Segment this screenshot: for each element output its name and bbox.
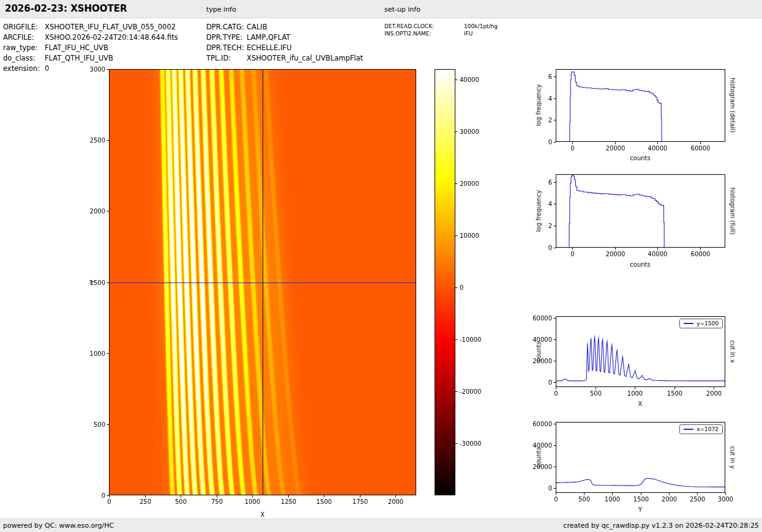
meta-label: DPR.CATG:: [206, 22, 247, 32]
legend-label: x=1072: [697, 426, 719, 432]
meta-value: XSHOOTER_IFU_FLAT_UVB_055_0002: [45, 23, 176, 31]
meta-value: FLAT_IFU_HC_UVB: [45, 43, 108, 52]
meta-value: LAMP,QFLAT: [247, 33, 290, 42]
meta-label: raw_type:: [3, 43, 45, 53]
meta-row: INS.OPTI2.NAME:IFU: [384, 30, 498, 37]
cut-in-x-side-label: cut in x: [730, 340, 736, 363]
histogram-full-ylabel: log frequency: [536, 190, 542, 232]
histogram-detail-side-label: histogram (detail): [730, 78, 736, 133]
cut-in-y-xlabel: Y: [638, 506, 642, 513]
meta-row: raw_type:FLAT_IFU_HC_UVB: [3, 43, 178, 53]
cut-in-x-plot: counts cut in x X y=1500: [532, 308, 738, 411]
setup-info-heading: set-up info: [384, 6, 420, 13]
histogram-detail-xlabel: counts: [630, 155, 650, 161]
meta-value: 100k/1pt/hg: [464, 23, 498, 29]
histogram-full-xlabel: counts: [630, 261, 650, 268]
type-info-heading: type info: [206, 6, 236, 13]
raw-image-canvas: [86, 61, 422, 520]
histogram-full-side-label: histogram (full): [730, 187, 736, 234]
meta-label: DPR.TYPE:: [206, 32, 247, 43]
meta-label: ARCFILE:: [3, 32, 45, 43]
meta-label: ORIGFILE:: [3, 22, 45, 32]
cut-in-y-plot: counts cut in y Y x=1072: [532, 414, 738, 517]
meta-label: INS.OPTI2.NAME:: [384, 30, 464, 37]
legend-line-sample: [684, 429, 693, 430]
meta-label: do_class:: [3, 53, 45, 64]
cut-in-y-ylabel: counts: [536, 447, 542, 467]
cut-in-x-legend: y=1500: [679, 319, 723, 328]
page-title: 2026-02-23: XSHOOTER: [5, 3, 127, 14]
histogram-detail-ylabel: log frequency: [536, 84, 542, 127]
meta-row: ORIGFILE:XSHOOTER_IFU_FLAT_UVB_055_0002: [3, 22, 178, 32]
footer-bar: powered by QC: www.eso.org/HC created by…: [0, 519, 762, 532]
meta-label: DET.READ.CLOCK:: [384, 23, 464, 30]
legend-line-sample: [684, 323, 693, 324]
setup-info-block: DET.READ.CLOCK:100k/1pt/hgINS.OPTI2.NAME…: [384, 23, 498, 37]
meta-label: DPR.TECH:: [206, 43, 247, 53]
meta-value: IFU: [464, 31, 473, 37]
raw-image-plot: Y X: [86, 61, 422, 520]
raw-image-xlabel: X: [261, 511, 265, 518]
meta-row: ARCFILE:XSHOO.2026-02-24T20:14:48.644.fi…: [3, 32, 178, 43]
meta-row: DPR.CATG:CALIB: [206, 22, 363, 32]
meta-row: DPR.TECH:ECHELLE,IFU: [206, 43, 363, 53]
footer-created-by: created by qc_rawdisp.py v1.2.3 on 2026-…: [563, 522, 759, 530]
footer-qc-link[interactable]: powered by QC: www.eso.org/HC: [3, 522, 114, 530]
header-bar: 2026-02-23: XSHOOTER type info set-up in…: [0, 0, 762, 18]
cut-in-y-legend: x=1072: [679, 424, 723, 434]
colorbar: [435, 61, 490, 520]
histogram-detail-canvas: [532, 61, 738, 165]
type-info-block: DPR.CATG:CALIBDPR.TYPE:LAMP,QFLATDPR.TEC…: [206, 22, 363, 64]
cut-in-y-side-label: cut in y: [730, 446, 736, 468]
legend-label: y=1500: [697, 320, 719, 327]
meta-label: extension:: [3, 64, 45, 74]
colorbar-canvas: [435, 61, 490, 520]
cut-in-x-ylabel: counts: [536, 341, 542, 361]
meta-value: 0: [45, 64, 49, 73]
histogram-full-canvas: [532, 166, 738, 272]
meta-row: DET.READ.CLOCK:100k/1pt/hg: [384, 23, 498, 30]
raw-image-ylabel: Y: [89, 280, 96, 284]
meta-value: CALIB: [247, 23, 267, 31]
meta-value: XSHOO.2026-02-24T20:14:48.644.fits: [45, 33, 178, 42]
meta-row: DPR.TYPE:LAMP,QFLAT: [206, 32, 363, 43]
histogram-full-plot: log frequency histogram (full) counts: [532, 166, 738, 272]
histogram-detail-plot: log frequency histogram (detail) counts: [532, 61, 738, 165]
meta-value: ECHELLE,IFU: [247, 43, 291, 52]
cut-in-x-xlabel: X: [638, 401, 643, 407]
